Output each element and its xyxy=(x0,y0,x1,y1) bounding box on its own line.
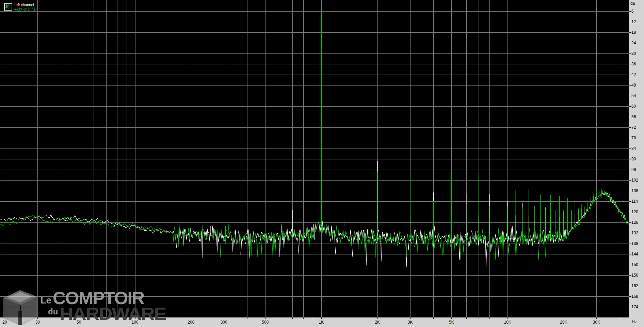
spectrum-plot-area: Left channel Right channel xyxy=(0,0,629,317)
x-axis-tick xyxy=(117,317,117,319)
y-tick-label: -138 xyxy=(630,241,638,246)
y-tick-label: -78 xyxy=(630,136,636,140)
y-tick-label: -54 xyxy=(630,93,636,98)
x-axis-tick xyxy=(94,317,94,319)
y-axis-unit-label: dB xyxy=(630,1,635,6)
y-tick-label: -42 xyxy=(630,72,636,77)
x-axis-tick xyxy=(292,317,293,319)
y-tick-label: -24 xyxy=(630,41,636,45)
x-axis-tick xyxy=(224,317,224,319)
y-tick-label: -132 xyxy=(630,231,638,235)
spectrum-analyzer-window: Left channel Right channel dB -6-12-18-2… xyxy=(0,0,644,327)
y-tick-label: -162 xyxy=(630,283,638,288)
axis-corner: Hz xyxy=(629,317,644,327)
y-tick-label: -66 xyxy=(630,114,636,119)
x-tick-label: 20 xyxy=(2,320,7,325)
y-tick-label: -144 xyxy=(630,252,638,256)
x-axis-tick xyxy=(303,317,304,319)
y-tick-label: -30 xyxy=(630,51,636,56)
x-tick-label: 30 xyxy=(35,320,40,325)
x-axis-unit-label: Hz xyxy=(632,320,637,324)
y-tick-label: -48 xyxy=(630,83,636,88)
y-tick-label: -120 xyxy=(630,209,638,214)
y-tick-label: -90 xyxy=(630,157,636,161)
y-tick-label: -108 xyxy=(630,188,638,193)
x-axis-tick xyxy=(280,317,280,319)
x-tick-label: 5K xyxy=(449,320,454,325)
y-tick-label: -96 xyxy=(630,167,636,172)
y-tick-label: -126 xyxy=(630,220,638,225)
x-axis-tick xyxy=(433,317,434,319)
x-axis-tick xyxy=(106,317,107,319)
x-tick-label: 500 xyxy=(262,320,269,325)
x-tick-label: 10K xyxy=(504,320,511,325)
x-axis-tick xyxy=(135,317,135,319)
x-tick-label: 200 xyxy=(188,320,194,325)
x-tick-label: 3K xyxy=(408,320,413,325)
y-tick-label: -156 xyxy=(630,273,638,278)
y-tick-label: -168 xyxy=(630,294,638,299)
y-tick-label: -174 xyxy=(630,305,638,309)
x-tick-label: 1K xyxy=(319,320,324,325)
x-tick-label: 20K xyxy=(560,320,567,325)
plot-background xyxy=(0,0,629,317)
x-axis-tick xyxy=(489,317,490,319)
x-axis-tick xyxy=(37,317,38,319)
x-axis-tick xyxy=(265,317,265,319)
x-axis-tick xyxy=(410,317,410,319)
y-tick-label: -6 xyxy=(630,9,634,14)
x-tick-label: 300 xyxy=(221,320,227,325)
x-axis-tick xyxy=(191,317,191,319)
x-axis-tick xyxy=(508,317,508,319)
y-tick-label: -114 xyxy=(630,199,638,204)
y-tick-label: -150 xyxy=(630,262,638,267)
y-tick-label: -102 xyxy=(630,178,638,183)
x-axis-tick xyxy=(499,317,499,319)
x-axis-tick xyxy=(5,317,5,319)
x-tick-label: 2K xyxy=(375,320,380,325)
x-axis-tick xyxy=(127,317,127,319)
x-axis-tick xyxy=(596,317,597,319)
x-axis-tick xyxy=(79,317,79,319)
x-axis-tick xyxy=(564,317,564,319)
x-axis-tick xyxy=(313,317,313,319)
y-tick-label: -84 xyxy=(630,146,636,151)
x-tick-label: 50 xyxy=(77,320,81,325)
y-tick-label: -60 xyxy=(630,104,636,109)
x-tick-label: 100 xyxy=(132,320,139,325)
x-axis-tick xyxy=(377,317,378,319)
x-axis-tick xyxy=(466,317,467,319)
y-tick-label: -18 xyxy=(630,30,636,35)
legend-right-channel-label: Right channel xyxy=(14,7,36,12)
legend-left-channel-label: Left channel xyxy=(14,3,34,7)
x-axis-tick xyxy=(247,317,247,319)
x-axis-tick xyxy=(321,317,322,319)
spectrum-mini-icon xyxy=(4,3,12,11)
x-axis-tick xyxy=(451,317,452,319)
x-axis-strip: 2030501002003005001K2K3K5K10K20K30K xyxy=(0,317,629,327)
y-tick-label: -12 xyxy=(630,19,636,24)
y-axis-strip: dB -6-12-18-24-30-36-42-48-54-60-66-72-7… xyxy=(629,0,644,317)
x-tick-label: 30K xyxy=(593,320,600,325)
x-axis-tick xyxy=(61,317,61,319)
spectrum-chart xyxy=(0,0,629,317)
x-axis-tick xyxy=(479,317,479,319)
y-tick-label: -72 xyxy=(630,125,636,130)
y-tick-label: -36 xyxy=(630,62,636,66)
x-axis-tick xyxy=(620,317,620,319)
